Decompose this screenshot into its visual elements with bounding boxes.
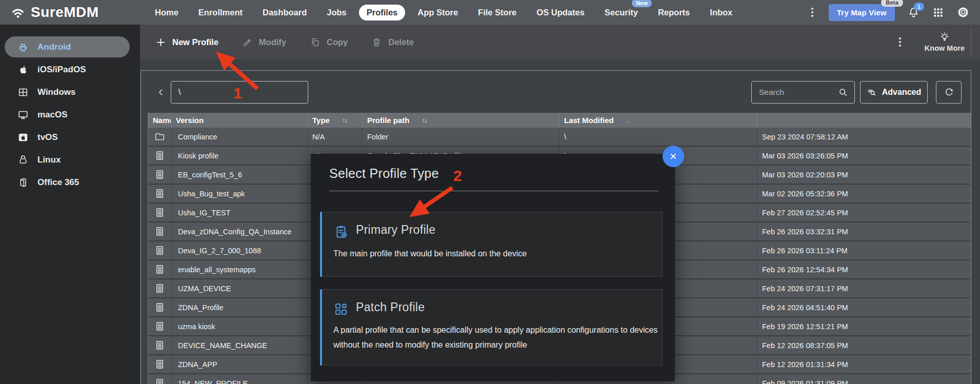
office-icon bbox=[17, 177, 29, 188]
cell-name: 154_NEW_PROFILE bbox=[171, 374, 308, 384]
chevron-left-icon bbox=[155, 86, 167, 98]
sidebar-item-ios-ipados[interactable]: iOS/iPadOS bbox=[5, 59, 130, 80]
search-icon[interactable] bbox=[838, 87, 848, 97]
doc-icon bbox=[154, 245, 165, 256]
column-header-version[interactable]: Version bbox=[171, 113, 308, 128]
pencil-icon bbox=[242, 37, 253, 48]
column-header-profile-path[interactable]: Profile path ↑↓ bbox=[363, 113, 559, 128]
refresh-button[interactable] bbox=[936, 81, 962, 104]
nav-item-os-updates[interactable]: OS Updates bbox=[529, 5, 592, 21]
cell-name: Kiosk profile bbox=[171, 147, 308, 165]
lightbulb-icon bbox=[939, 32, 950, 43]
trash-icon bbox=[371, 37, 382, 48]
nav-item-jobs[interactable]: Jobs bbox=[319, 5, 354, 21]
sort-icon[interactable]: ↓ bbox=[626, 116, 630, 125]
search-input[interactable] bbox=[758, 87, 834, 97]
delete-button[interactable]: Delete bbox=[371, 37, 414, 48]
sort-icon[interactable]: ↑↓ bbox=[422, 116, 427, 124]
brand-logo[interactable]: SureMDM bbox=[10, 4, 121, 21]
profile-type-title: Patch Profile bbox=[356, 300, 425, 314]
cell-version: N/A bbox=[308, 128, 363, 146]
sidebar-item-windows[interactable]: Windows bbox=[5, 82, 130, 103]
new-badge: New bbox=[632, 0, 652, 7]
modify-button[interactable]: Modify bbox=[242, 37, 286, 48]
brand-name: SureMDM bbox=[31, 4, 99, 21]
nav-item-enrollment[interactable]: Enrollment bbox=[191, 5, 250, 21]
dialog-title: Select Profile Type bbox=[329, 166, 439, 181]
notifications-button[interactable]: 1 bbox=[907, 6, 920, 19]
column-header-type[interactable]: Type ↑↓ bbox=[308, 113, 363, 128]
sidebar-item-android[interactable]: Android bbox=[5, 36, 130, 57]
back-chevron-button[interactable] bbox=[155, 86, 167, 98]
advanced-filter-icon bbox=[867, 87, 877, 97]
try-map-view-button[interactable]: Try Map View Beta bbox=[829, 4, 895, 21]
cell-last-modified: Feb 27 2026 02:52:45 PM bbox=[757, 204, 971, 221]
nav-item-home[interactable]: Home bbox=[147, 5, 186, 21]
cell-name: ZDNA_Profile bbox=[171, 298, 308, 316]
cell-name: Usha_IG_TEST bbox=[171, 204, 308, 221]
know-more-button[interactable]: Know More bbox=[925, 32, 965, 52]
dialog-divider bbox=[329, 191, 658, 191]
cell-last-modified: Feb 26 2026 03:11:24 PM bbox=[757, 241, 971, 259]
apps-grid-button[interactable] bbox=[932, 7, 944, 18]
nav-item-app-store[interactable]: App Store bbox=[410, 5, 466, 21]
toolbar-overflow-menu-icon[interactable] bbox=[896, 35, 904, 49]
advanced-search-button[interactable]: Advanced bbox=[860, 81, 928, 104]
sidebar-item-linux[interactable]: Linux bbox=[5, 149, 130, 170]
sidebar-item-tvos[interactable]: tvOS bbox=[5, 127, 130, 148]
nav-item-inbox[interactable]: Inbox bbox=[702, 5, 740, 21]
cell-last-modified: Sep 23 2024 07:58:12 AM bbox=[757, 128, 971, 146]
cell-last-modified: Mar 03 2026 03:26:05 PM bbox=[757, 147, 971, 165]
cell-name: ZDNA_APP bbox=[171, 355, 308, 373]
table-row-compliance[interactable]: Compliance N/A Folder \ Sep 23 2024 07:5… bbox=[148, 128, 971, 147]
nav-item-file-store[interactable]: File Store bbox=[470, 5, 524, 21]
toolbar-right-controls: Know More bbox=[896, 32, 965, 52]
sort-icon[interactable]: ↑↓ bbox=[342, 116, 347, 124]
folder-path-input[interactable] bbox=[171, 81, 308, 104]
option-primary-profile[interactable]: Primary Profile The main profile that wo… bbox=[320, 212, 663, 277]
nav-overflow-menu-icon[interactable] bbox=[808, 6, 816, 19]
cell-name: EB_configTest_5_6 bbox=[171, 166, 308, 184]
nav-item-security[interactable]: Security New bbox=[597, 5, 646, 21]
column-header-last-modified[interactable]: Last Modified ↓ bbox=[559, 113, 757, 128]
profile-type-description: The main profile that would be installed… bbox=[333, 246, 662, 261]
close-icon bbox=[668, 151, 678, 161]
sidebar-item-office-365[interactable]: Office 365 bbox=[5, 172, 130, 193]
toolbar-divider bbox=[971, 28, 971, 56]
topbar-right-controls: Try Map View Beta 1 bbox=[808, 4, 970, 21]
cell-type: Folder bbox=[363, 128, 559, 146]
cell-last-modified: Feb 26 2026 12:54:34 PM bbox=[757, 260, 971, 278]
doc-icon bbox=[154, 264, 165, 275]
new-profile-button[interactable]: New Profile bbox=[155, 37, 218, 48]
cell-name: Usha_Bug_test_apk bbox=[171, 185, 308, 203]
cell-last-modified: Feb 12 2026 08:37:05 PM bbox=[757, 336, 971, 354]
cell-last-modified: Feb 26 2026 03:32:31 PM bbox=[757, 223, 971, 240]
column-header-name[interactable]: Name ↑↓ bbox=[148, 113, 171, 128]
cell-profile-path: \ bbox=[559, 128, 757, 146]
sidebar-item-macos[interactable]: macOS bbox=[5, 104, 130, 125]
notification-count-badge: 1 bbox=[914, 3, 924, 11]
nav-item-profiles[interactable]: Profiles bbox=[359, 5, 406, 21]
doc-icon bbox=[154, 340, 165, 351]
profile-type-title: Primary Profile bbox=[356, 223, 435, 237]
select-profile-type-dialog: Select Profile Type Primary Profile The … bbox=[311, 154, 675, 381]
cell-last-modified: Feb 09 2026 01:31:09 PM bbox=[757, 374, 971, 384]
folder-icon bbox=[154, 131, 165, 142]
refresh-icon bbox=[944, 87, 954, 98]
linux-icon bbox=[17, 154, 29, 166]
nav-item-reports[interactable]: Reports bbox=[650, 5, 697, 21]
copy-button[interactable]: Copy bbox=[310, 37, 348, 48]
option-patch-profile[interactable]: Patch Profile A partial profile that can… bbox=[320, 289, 663, 366]
cell-name: uzma kiosk bbox=[171, 317, 308, 335]
profile-type-description: A partial profile that can be specifical… bbox=[333, 322, 662, 352]
android-icon bbox=[17, 42, 29, 53]
doc-icon bbox=[154, 302, 165, 313]
dialog-close-button[interactable] bbox=[663, 146, 684, 167]
beta-badge: Beta bbox=[881, 0, 903, 7]
settings-button[interactable] bbox=[956, 6, 970, 19]
doc-icon bbox=[154, 283, 165, 294]
nav-item-dashboard[interactable]: Dashboard bbox=[255, 5, 314, 21]
doc-icon bbox=[154, 226, 165, 237]
doc-icon bbox=[154, 321, 165, 332]
copy-icon bbox=[310, 37, 321, 48]
